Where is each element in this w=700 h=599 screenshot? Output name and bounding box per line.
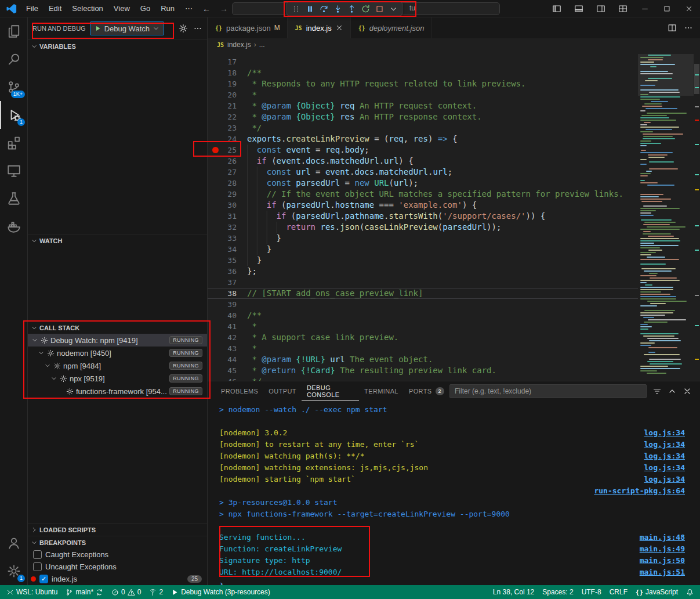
- status-forwarded-ports[interactable]: 2: [145, 585, 167, 599]
- stop-button[interactable]: [372, 2, 386, 15]
- source-link[interactable]: run-script-pkg.js:64: [594, 486, 685, 495]
- code-line[interactable]: 42 * A support case link preview.: [208, 332, 638, 343]
- code-line[interactable]: 23 */: [208, 122, 638, 133]
- code-line[interactable]: 41 *: [208, 321, 638, 332]
- drag-gripper[interactable]: [289, 2, 303, 15]
- gutter[interactable]: 38: [208, 288, 247, 299]
- code-line[interactable]: 45 * @return {!Card} The resulting previ…: [208, 365, 638, 376]
- gutter[interactable]: 22: [208, 111, 247, 122]
- panel-tab-debug-console[interactable]: DEBUG CONSOLE: [302, 381, 359, 401]
- toggle-layout-sidebar-right[interactable]: [590, 0, 612, 17]
- menu-run[interactable]: Run: [155, 4, 180, 13]
- code-line[interactable]: 21 * @param {Object} req An HTTP request…: [208, 100, 638, 111]
- code-line[interactable]: 34 }: [208, 244, 638, 255]
- gutter[interactable]: 34: [208, 244, 247, 255]
- call-stack-session[interactable]: npx [9519]RUNNING: [28, 372, 207, 385]
- minimap-slider[interactable]: [638, 54, 694, 96]
- tab-index.js[interactable]: JSindex.js: [288, 17, 351, 38]
- gutter[interactable]: 37: [208, 277, 247, 288]
- gutter[interactable]: 18: [208, 67, 247, 78]
- gutter[interactable]: 25: [208, 145, 247, 156]
- maximize-button[interactable]: [656, 0, 678, 17]
- gutter[interactable]: 20: [208, 89, 247, 100]
- activitybar-extensions[interactable]: [0, 129, 27, 157]
- section-header-breakpoints[interactable]: BREAKPOINTS: [28, 536, 207, 549]
- gutter[interactable]: 17: [208, 56, 247, 67]
- gutter[interactable]: 23: [208, 122, 247, 133]
- gutter[interactable]: 42: [208, 332, 247, 343]
- code-line[interactable]: 30 if (parsedUrl.hostname === 'example.c…: [208, 200, 638, 211]
- breakpoint-checkbox[interactable]: [33, 550, 42, 559]
- console-filter-input[interactable]: [449, 384, 647, 398]
- source-link[interactable]: log.js:34: [644, 428, 685, 437]
- gutter[interactable]: 32: [208, 222, 247, 233]
- gutter[interactable]: 30: [208, 200, 247, 211]
- breadcrumb-tail[interactable]: ...: [259, 41, 265, 49]
- panel-tab-terminal[interactable]: TERMINAL: [359, 381, 404, 401]
- status-encoding[interactable]: UTF-8: [578, 585, 605, 599]
- session-picker-chevron[interactable]: [386, 2, 400, 15]
- gutter[interactable]: 24: [208, 133, 247, 145]
- code-line[interactable]: 24exports.createLinkPreview = (req, res)…: [208, 133, 638, 145]
- scrollbar-thumb[interactable]: [694, 64, 699, 94]
- console-input[interactable]: ›: [219, 578, 685, 585]
- code-line[interactable]: 44 * @param {!URL} url The event object.: [208, 354, 638, 365]
- gutter[interactable]: 27: [208, 167, 247, 178]
- source-link[interactable]: main.js:48: [640, 533, 685, 542]
- toggle-layout-grid[interactable]: [612, 0, 634, 17]
- source-link[interactable]: main.js:49: [640, 544, 685, 553]
- source-link[interactable]: main.js:51: [640, 568, 685, 576]
- activitybar-testing[interactable]: [0, 185, 27, 212]
- code-area[interactable]: 1718/**19 * Responds to any HTTP request…: [208, 51, 638, 381]
- breakpoint-item[interactable]: Caught Exceptions: [28, 549, 207, 561]
- step-over-button[interactable]: [317, 2, 331, 15]
- status-cursor-position[interactable]: Ln 38, Col 12: [489, 585, 538, 599]
- maximize-panel-icon[interactable]: [668, 387, 677, 396]
- code-line[interactable]: 35 }: [208, 255, 638, 266]
- section-header-call-stack[interactable]: CALL STACK: [28, 321, 207, 334]
- history-back-arrow[interactable]: ←: [198, 4, 215, 13]
- panel-tab-output[interactable]: OUTPUT: [263, 381, 302, 401]
- toggle-layout-panel[interactable]: [568, 0, 590, 17]
- gutter[interactable]: 19: [208, 78, 247, 89]
- section-header-variables[interactable]: VARIABLES: [28, 39, 207, 52]
- launch-config-dropdown[interactable]: Debug Watch: [90, 21, 164, 35]
- source-link[interactable]: main.js:50: [640, 556, 685, 565]
- code-editor[interactable]: 1718/**19 * Responds to any HTTP request…: [208, 51, 700, 381]
- filter-options-icon[interactable]: [652, 387, 662, 396]
- status-problems[interactable]: 00: [107, 585, 145, 599]
- call-stack-session[interactable]: Debug Watch: npm [9419]RUNNING: [28, 334, 207, 347]
- minimap[interactable]: [638, 51, 694, 381]
- code-line[interactable]: 37: [208, 277, 638, 288]
- split-editor-icon[interactable]: [668, 23, 677, 33]
- gutter[interactable]: 33: [208, 233, 247, 244]
- menu-overflow[interactable]: ⋯: [180, 4, 198, 13]
- pause-button[interactable]: [303, 2, 317, 15]
- breadcrumb[interactable]: JS index.js › ...: [208, 38, 700, 51]
- panel-tab-problems[interactable]: PROBLEMS: [216, 381, 263, 401]
- tab-package.json[interactable]: {}package.jsonM: [208, 17, 288, 38]
- activitybar-settings[interactable]: 1: [0, 557, 27, 585]
- code-line[interactable]: 22 * @param {Object} res An HTTP respons…: [208, 111, 638, 122]
- menu-go[interactable]: Go: [135, 4, 155, 13]
- close-window-button[interactable]: [678, 0, 700, 17]
- gutter[interactable]: 41: [208, 321, 247, 332]
- gutter[interactable]: 45: [208, 365, 247, 376]
- panel-tab-ports[interactable]: PORTS2: [404, 381, 449, 401]
- menu-edit[interactable]: Edit: [43, 4, 67, 13]
- gutter[interactable]: 28: [208, 178, 247, 189]
- start-debugging-icon[interactable]: [95, 25, 101, 32]
- breakpoint-item[interactable]: ✓index.js25: [28, 573, 207, 585]
- breakpoint-checkbox[interactable]: [33, 562, 42, 571]
- editor-scrollbar[interactable]: [694, 51, 700, 381]
- code-line[interactable]: 17: [208, 56, 638, 67]
- call-stack-session[interactable]: nodemon [9450]RUNNING: [28, 347, 207, 359]
- gutter[interactable]: 31: [208, 211, 247, 222]
- menu-view[interactable]: View: [108, 4, 135, 13]
- code-line[interactable]: 25 const event = req.body;: [208, 145, 638, 156]
- code-line[interactable]: 46 */: [208, 376, 638, 381]
- gutter[interactable]: 26: [208, 156, 247, 167]
- breakpoint-checkbox[interactable]: ✓: [39, 575, 48, 583]
- gutter[interactable]: 21: [208, 100, 247, 111]
- code-line[interactable]: 36};: [208, 266, 638, 277]
